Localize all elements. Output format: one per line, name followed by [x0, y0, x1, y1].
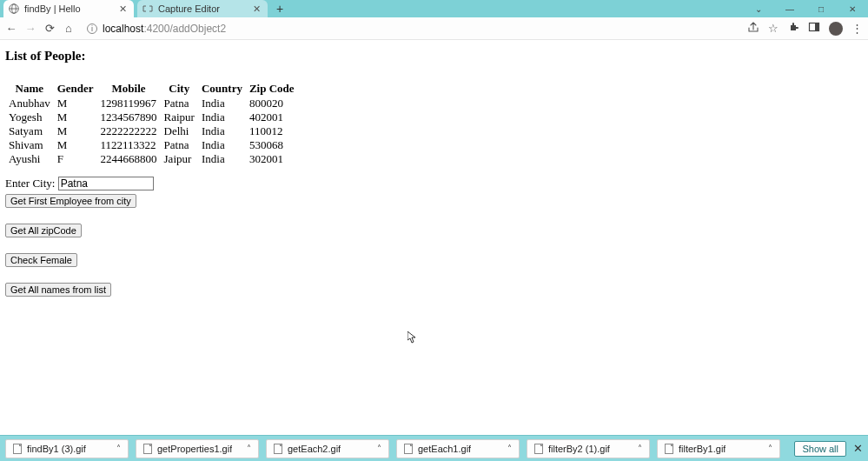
cell-gender: M [54, 110, 97, 124]
check-female-button[interactable]: Check Female [5, 253, 77, 267]
cell-gender: M [54, 138, 97, 152]
cell-mobile: 1122113322 [97, 138, 161, 152]
cell-mobile: 1298119967 [97, 97, 161, 110]
cell-country: India [198, 152, 246, 166]
share-icon[interactable] [747, 21, 759, 36]
people-table: Name Gender Mobile City Country Zip Code… [5, 81, 298, 166]
file-icon [143, 444, 152, 454]
chevron-up-icon[interactable]: ˄ [116, 444, 121, 453]
svg-rect-4 [815, 23, 819, 31]
reload-button[interactable]: ⟳ [43, 22, 56, 35]
page-heading: List of People: [5, 49, 863, 63]
bookmark-star-icon[interactable]: ☆ [768, 22, 779, 35]
panel-icon[interactable] [808, 21, 820, 36]
table-row: ShivamM1122113322PatnaIndia530068 [5, 138, 298, 152]
file-icon [665, 444, 673, 454]
city-input[interactable] [58, 177, 154, 190]
cell-city: Delhi [161, 124, 198, 138]
col-mobile: Mobile [97, 81, 161, 97]
cell-country: India [198, 97, 246, 110]
download-filename: getProperties1.gif [157, 444, 232, 454]
kebab-menu-icon[interactable]: ⋮ [851, 22, 863, 35]
browser-tab-active[interactable]: findBy | Hello ✕ [3, 0, 134, 17]
download-filename: getEach1.gif [418, 444, 471, 454]
chevron-up-icon[interactable]: ˄ [377, 444, 381, 453]
forward-button[interactable]: → [24, 22, 36, 35]
download-item[interactable]: getProperties1.gif˄ [136, 439, 259, 458]
downloads-bar: findBy1 (3).gif˄getProperties1.gif˄getEa… [0, 435, 868, 461]
chevron-up-icon[interactable]: ˄ [507, 444, 512, 453]
table-row: AnubhavM1298119967PatnaIndia800020 [5, 97, 298, 110]
cell-zip: 800020 [246, 97, 298, 110]
table-row: YogeshM1234567890RaipurIndia402001 [5, 110, 298, 124]
browser-url-bar: ← → ⟳ ⌂ i localhost:4200/addObject2 ☆ ⋮ [0, 17, 868, 40]
cell-country: India [198, 138, 246, 152]
cell-mobile: 1234567890 [97, 110, 161, 124]
minimize-button[interactable]: — [774, 0, 805, 17]
download-filename: filterBy1.gif [679, 444, 726, 454]
globe-icon [9, 3, 19, 14]
cell-zip: 402001 [246, 110, 298, 124]
cell-mobile: 2244668800 [97, 152, 161, 166]
cell-gender: M [54, 124, 97, 138]
tab-title: findBy | Hello [24, 3, 81, 14]
chevron-up-icon[interactable]: ˄ [247, 444, 251, 453]
get-all-names-button[interactable]: Get All names from list [5, 283, 111, 297]
chevron-down-icon[interactable]: ⌄ [743, 0, 774, 17]
cell-country: India [198, 110, 246, 124]
download-item[interactable]: filterBy1.gif˄ [657, 439, 780, 458]
browser-tab-inactive[interactable]: Capture Editor ✕ [137, 0, 268, 17]
cell-gender: F [54, 152, 97, 166]
download-item[interactable]: filterBy2 (1).gif˄ [527, 439, 650, 458]
cell-gender: M [54, 97, 97, 110]
show-all-downloads-button[interactable]: Show all [794, 441, 846, 457]
download-item[interactable]: findBy1 (3).gif˄ [5, 439, 129, 458]
file-icon [534, 444, 543, 454]
download-filename: getEach2.gif [288, 444, 341, 454]
cell-city: Jaipur [161, 152, 198, 166]
maximize-button[interactable]: □ [805, 0, 837, 17]
get-all-zipcode-button[interactable]: Get All zipCode [5, 224, 82, 237]
address-bar[interactable]: i localhost:4200/addObject2 [82, 23, 740, 35]
window-close-button[interactable]: ✕ [837, 0, 868, 17]
url-host: localhost [103, 23, 143, 35]
close-icon[interactable]: ✕ [117, 3, 129, 15]
cell-name: Satyam [5, 124, 54, 138]
col-country: Country [198, 81, 246, 97]
chevron-up-icon[interactable]: ˄ [638, 444, 642, 453]
cell-city: Patna [161, 138, 198, 152]
get-first-employee-button[interactable]: Get First Employee from city [5, 194, 136, 208]
back-button[interactable]: ← [5, 22, 17, 35]
table-row: AyushiF2244668800JaipurIndia302001 [5, 152, 298, 166]
download-item[interactable]: getEach1.gif˄ [396, 439, 520, 458]
table-header-row: Name Gender Mobile City Country Zip Code [5, 81, 298, 97]
cell-zip: 302001 [246, 152, 298, 166]
download-filename: filterBy2 (1).gif [548, 444, 610, 454]
table-row: SatyamM2222222222DelhiIndia110012 [5, 124, 298, 138]
url-path: :4200/addObject2 [143, 23, 226, 35]
city-label: Enter City: [5, 177, 55, 190]
close-downloads-bar-icon[interactable]: ✕ [853, 442, 863, 455]
capture-icon [142, 3, 153, 14]
profile-avatar[interactable] [829, 22, 843, 36]
chevron-up-icon[interactable]: ˄ [768, 444, 772, 453]
file-icon [274, 444, 282, 454]
city-form-row: Enter City: [5, 177, 863, 190]
cell-city: Patna [161, 97, 198, 110]
download-item[interactable]: getEach2.gif˄ [266, 439, 389, 458]
new-tab-button[interactable]: + [276, 2, 283, 16]
cell-mobile: 2222222222 [97, 124, 161, 138]
col-gender: Gender [54, 81, 97, 97]
file-icon [404, 444, 413, 454]
cell-name: Yogesh [5, 110, 54, 124]
col-name: Name [5, 81, 54, 97]
site-info-icon[interactable]: i [87, 23, 97, 34]
cell-zip: 110012 [246, 124, 298, 138]
browser-title-bar: findBy | Hello ✕ Capture Editor ✕ + ⌄ — … [0, 0, 868, 17]
home-button[interactable]: ⌂ [63, 22, 75, 35]
tab-title: Capture Editor [158, 3, 220, 14]
file-icon [13, 444, 22, 454]
close-icon[interactable]: ✕ [251, 3, 262, 15]
mouse-cursor-icon [407, 331, 416, 346]
extensions-icon[interactable] [787, 21, 799, 36]
